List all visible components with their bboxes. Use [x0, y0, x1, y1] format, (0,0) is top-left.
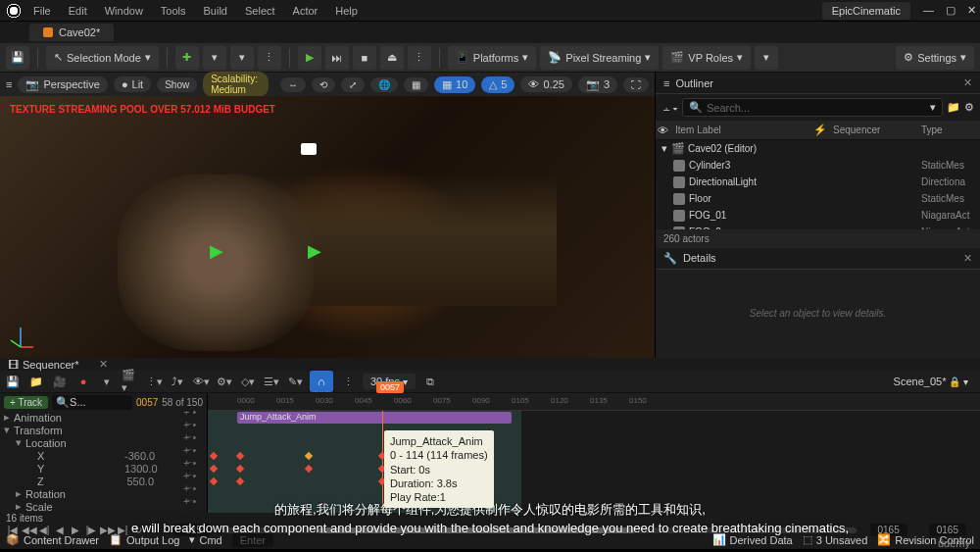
render-movie-icon[interactable]: 🎥: [51, 373, 69, 390]
platforms-button[interactable]: 📱Platforms▾: [448, 46, 536, 70]
maximize-icon[interactable]: ▢: [946, 4, 956, 17]
timeline-ruler[interactable]: 0000001500300045006000750090010501200135…: [208, 393, 980, 411]
track-row[interactable]: ▾Transform+ • ←: [0, 424, 207, 436]
snap-scale-button[interactable]: ⤢: [341, 77, 365, 92]
key-shape-icon[interactable]: ◇▾: [239, 373, 257, 390]
track-row[interactable]: Z550.0+ • ←: [0, 475, 207, 487]
level-tab[interactable]: Cave02*: [29, 24, 114, 41]
menu-window[interactable]: Window: [105, 5, 143, 17]
eject-button[interactable]: ⏏: [380, 46, 404, 70]
curve-icon[interactable]: ⤴▾: [169, 373, 186, 390]
angle-snap-button[interactable]: △5: [481, 76, 514, 93]
record-icon[interactable]: ●: [74, 373, 92, 390]
viewport-menu-icon[interactable]: ≡: [6, 78, 12, 90]
menu-tools[interactable]: Tools: [161, 5, 186, 17]
show-button[interactable]: Show: [157, 77, 197, 92]
project-button[interactable]: EpicCinematic: [822, 2, 910, 20]
vp-roles-button[interactable]: 🎬VP Roles▾: [662, 46, 751, 70]
cam-speed-button[interactable]: 👁0.25: [520, 76, 571, 92]
folder-icon[interactable]: 📁: [947, 101, 960, 114]
viewport-3d[interactable]: ▶ ▶ TEXTURE STREAMING POOL OVER 57.012 M…: [0, 96, 655, 358]
outliner-search-input[interactable]: 🔍 Search... ▾: [682, 98, 943, 117]
scene-name[interactable]: Scene_05* 🔒 ▾: [894, 376, 976, 387]
save-button[interactable]: 💾: [6, 46, 29, 70]
sequencer-tab[interactable]: 🎞 Sequencer* ✕: [0, 358, 980, 371]
menu-edit[interactable]: Edit: [69, 5, 87, 17]
main-toolbar: 💾 ↖ Selection Mode ▾ ✚ ▾ ▾ ⋮ ▶ ⏭ ■ ⏏ ⋮ 📱…: [0, 43, 980, 73]
snap-icon[interactable]: ☰▾: [263, 373, 280, 390]
grid-snap-button[interactable]: ▦10: [434, 76, 475, 93]
track-search-input[interactable]: 🔍S...: [52, 395, 132, 410]
timeline[interactable]: 0057 00000015003000450060007500900105012…: [208, 393, 980, 513]
gizmo-arrow-icon[interactable]: ▶: [210, 240, 223, 262]
viewport-expand-button[interactable]: ⛶: [623, 77, 649, 92]
animation-clip[interactable]: Jump_Attack_Anim: [237, 412, 512, 424]
outliner-row[interactable]: FOG_01NiagaraAct: [656, 207, 980, 224]
menu-build[interactable]: Build: [204, 5, 227, 17]
snap-move-button[interactable]: ↔: [280, 77, 306, 92]
autokey-button[interactable]: ∩: [310, 371, 333, 392]
track-row[interactable]: Y1300.0+ • ←: [0, 462, 207, 475]
snap-rotate-button[interactable]: ⟲: [312, 77, 335, 92]
playhead-line[interactable]: [382, 411, 383, 513]
track-row[interactable]: ▾Location+ • ←: [0, 436, 207, 449]
save-icon[interactable]: 💾: [4, 373, 22, 390]
cinematics-button[interactable]: ▾: [230, 46, 254, 70]
menu-actor[interactable]: Actor: [293, 5, 318, 17]
outliner-root[interactable]: ▾ 🎬 Cave02 (Editor): [656, 140, 980, 157]
lit-button[interactable]: ●Lit: [114, 76, 151, 92]
browse-icon[interactable]: 📁: [27, 373, 45, 390]
clapper-icon[interactable]: 🎬▾: [122, 373, 139, 390]
actions-icon[interactable]: ⋮▾: [145, 373, 163, 390]
perspective-button[interactable]: 📷Perspective: [18, 76, 107, 93]
scalability-button[interactable]: Scalability: Medium: [203, 72, 269, 97]
actor-count: 260 actors: [656, 229, 980, 248]
more-icon[interactable]: ⋮: [339, 373, 357, 390]
col-label[interactable]: Item Label: [669, 125, 813, 135]
play-opts-button[interactable]: ⋮: [408, 46, 431, 70]
col-type[interactable]: Type: [921, 125, 980, 135]
add-button[interactable]: ✚: [175, 46, 199, 70]
minimize-icon[interactable]: —: [923, 4, 934, 17]
gizmo-arrow-icon[interactable]: ▶: [308, 240, 321, 262]
col-sequencer[interactable]: Sequencer: [833, 125, 921, 135]
timeline-tracks[interactable]: Jump_Attack_Anim Jump_Attack_Anim 0 - 11…: [208, 411, 980, 513]
more-button[interactable]: ⋮: [258, 46, 281, 70]
blueprint-button[interactable]: ▾: [203, 46, 226, 70]
lock-icon[interactable]: ⚙▾: [216, 373, 233, 390]
track-row[interactable]: X-360.0+ • ←: [0, 449, 207, 462]
outliner-row[interactable]: DirectionalLightDirectiona: [656, 174, 980, 190]
snap-globe-button[interactable]: 🌐: [370, 77, 398, 92]
details-tab[interactable]: 🔧 Details ✕: [656, 248, 980, 270]
eye-icon[interactable]: 👁: [656, 125, 669, 136]
toggle-icon[interactable]: ⧉: [421, 373, 439, 390]
outliner-row[interactable]: Cylinder3StaticMes: [656, 157, 980, 174]
selection-mode-button[interactable]: ↖ Selection Mode ▾: [46, 46, 159, 70]
details-title: Details: [683, 252, 716, 264]
add-track-button[interactable]: + Track: [4, 396, 48, 409]
skip-button[interactable]: ⏭: [325, 46, 349, 70]
settings-button[interactable]: ⚙Settings▾: [896, 46, 974, 70]
gear-icon[interactable]: ⚙: [964, 101, 974, 114]
filter-icon[interactable]: ⫠▾: [662, 102, 678, 114]
eye-icon[interactable]: 👁▾: [192, 373, 210, 390]
toolbar-extra-button[interactable]: ▾: [755, 46, 778, 70]
curve-interp-icon[interactable]: ✎▾: [286, 373, 304, 390]
outliner-tab[interactable]: ≡ Outliner ✕: [656, 73, 980, 94]
close-panel-icon[interactable]: ✕: [963, 252, 972, 265]
outliner-row[interactable]: FloorStaticMes: [656, 190, 980, 207]
track-row[interactable]: ▸Animation+ • ←: [0, 411, 207, 424]
cam-count-button[interactable]: 📷3: [578, 76, 617, 93]
menu-file[interactable]: File: [33, 5, 51, 17]
close-icon[interactable]: ✕: [99, 358, 108, 371]
play-button[interactable]: ▶: [298, 46, 321, 70]
stop-button[interactable]: ■: [353, 46, 376, 70]
menu-help[interactable]: Help: [335, 5, 358, 17]
close-panel-icon[interactable]: ✕: [963, 76, 972, 89]
pixel-streaming-button[interactable]: 📡Pixel Streaming▾: [540, 46, 659, 70]
snap-surface-button[interactable]: ▦: [404, 77, 428, 92]
track-row[interactable]: ▸Rotation+ • ←: [0, 487, 207, 500]
menu-select[interactable]: Select: [245, 5, 275, 17]
close-icon[interactable]: ✕: [967, 4, 976, 17]
marker-icon[interactable]: ▾: [98, 373, 116, 390]
